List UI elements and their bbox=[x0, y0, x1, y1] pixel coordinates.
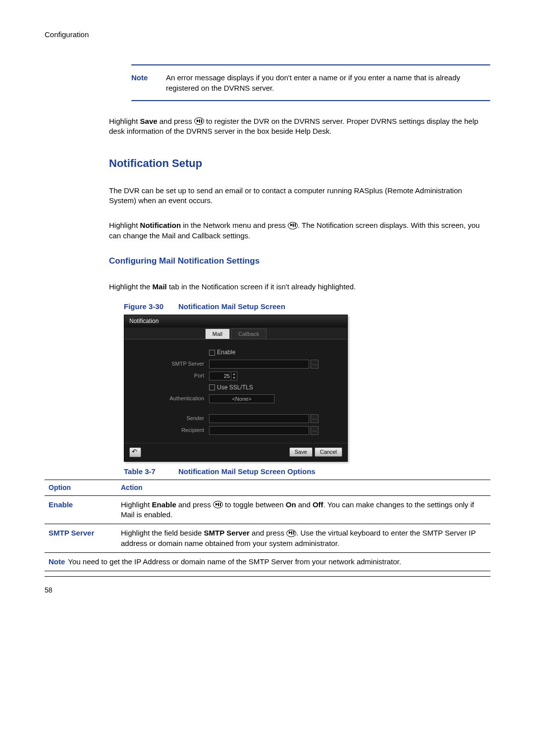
figure-caption: Figure 3-30Notification Mail Setup Scree… bbox=[124, 302, 490, 312]
paragraph-mailtab: Highlight the Mail tab in the Notificati… bbox=[109, 282, 490, 292]
recipient-input[interactable] bbox=[209, 426, 309, 435]
options-table: Option Action Enable Highlight Enable an… bbox=[45, 480, 490, 571]
table-row-enable: Enable Highlight Enable and press to tog… bbox=[45, 495, 490, 524]
row-action-smtp: Highlight the field beside SMTP Server a… bbox=[117, 524, 490, 553]
back-button[interactable] bbox=[129, 447, 141, 457]
page-number: 58 bbox=[45, 586, 490, 595]
auth-button[interactable]: <None> bbox=[209, 394, 274, 403]
row-action-enable: Highlight Enable and press to toggle bet… bbox=[117, 495, 490, 524]
paragraph-save: Highlight Save and press to register the… bbox=[109, 116, 490, 137]
note-label: Note bbox=[131, 73, 166, 93]
notification-screenshot: Notification Mail Callback Enable SMTP S… bbox=[124, 315, 348, 461]
tab-callback[interactable]: Callback bbox=[231, 328, 267, 339]
note-block: Note An error message displays if you do… bbox=[131, 64, 490, 102]
page-header: Configuration bbox=[45, 30, 490, 40]
smtp-input[interactable] bbox=[209, 360, 309, 369]
play-pause-icon bbox=[288, 222, 298, 229]
play-pause-icon bbox=[194, 117, 204, 125]
enable-label: Enable bbox=[217, 348, 235, 356]
table-caption: Table 3-7Notification Mail Setup Screen … bbox=[124, 467, 490, 477]
row-note: NoteYou need to get the IP Address or do… bbox=[45, 552, 490, 571]
port-input[interactable]: 25▲▼ bbox=[209, 372, 237, 380]
save-button[interactable]: Save bbox=[289, 447, 313, 457]
sender-ellipsis-button[interactable]: … bbox=[311, 414, 319, 423]
play-pause-icon bbox=[286, 530, 296, 537]
tab-mail[interactable]: Mail bbox=[205, 328, 230, 339]
paragraph-intro: The DVR can be set up to send an email o… bbox=[109, 186, 490, 206]
row-label-smtp: SMTP Server bbox=[45, 524, 117, 553]
smtp-ellipsis-button[interactable]: … bbox=[311, 360, 319, 369]
sender-input[interactable] bbox=[209, 414, 309, 423]
footer-rule bbox=[45, 576, 490, 577]
port-spin-up-icon[interactable]: ▲ bbox=[231, 372, 237, 376]
row-label-enable: Enable bbox=[45, 495, 117, 524]
sender-label: Sender bbox=[132, 415, 209, 422]
port-spin-down-icon[interactable]: ▼ bbox=[231, 376, 237, 380]
ssl-label: Use SSL/TLS bbox=[217, 383, 253, 391]
ssl-checkbox[interactable] bbox=[209, 384, 215, 390]
port-label: Port bbox=[132, 372, 209, 379]
table-row-note: NoteYou need to get the IP Address or do… bbox=[45, 552, 490, 571]
section-title: Notification Setup bbox=[109, 156, 490, 171]
note-text: An error message displays if you don't e… bbox=[166, 73, 490, 93]
subsection-title: Configuring Mail Notification Settings bbox=[109, 256, 490, 267]
window-title: Notification bbox=[124, 315, 347, 327]
recipient-label: Recipient bbox=[132, 427, 209, 434]
tab-bar: Mail Callback bbox=[124, 327, 347, 340]
cancel-button[interactable]: Cancel bbox=[315, 447, 342, 457]
note-rule-bottom bbox=[131, 100, 490, 102]
recipient-ellipsis-button[interactable]: … bbox=[311, 426, 319, 435]
th-action: Action bbox=[117, 480, 490, 496]
th-option: Option bbox=[45, 480, 117, 496]
smtp-label: SMTP Server bbox=[132, 360, 209, 368]
enable-checkbox[interactable] bbox=[209, 350, 215, 356]
table-row-smtp: SMTP Server Highlight the field beside S… bbox=[45, 524, 490, 553]
play-pause-icon bbox=[213, 501, 223, 508]
auth-label: Authentication bbox=[132, 395, 209, 402]
paragraph-notification: Highlight Notification in the Network me… bbox=[109, 220, 490, 241]
